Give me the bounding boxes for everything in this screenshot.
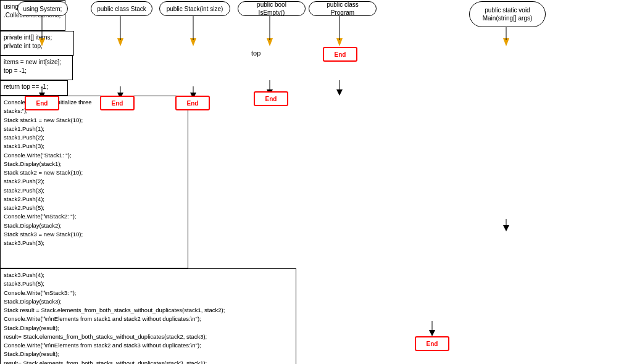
node-main-method-label: public static voidMain(string[] args)	[483, 6, 533, 22]
node-is-empty-body: return top == -1;	[0, 80, 68, 96]
end-node-2: End	[100, 96, 135, 110]
svg-marker-15	[336, 89, 343, 96]
node-stack-constructor-label: public Stack(int size)	[167, 5, 223, 13]
node-main-code-text-2: stack3.Push(4);stack3.Push(5);Console.Wr…	[4, 271, 225, 364]
end-node-4: End	[254, 91, 288, 106]
node-is-empty-label: public bool IsEmpty()	[243, 1, 300, 17]
node-class-stack: public class Stack	[91, 1, 152, 16]
diagram-container: using System; using System.Collections.G…	[0, 0, 629, 364]
arrow-head-2	[117, 38, 123, 46]
node-stack-constructor: public Stack(int size)	[159, 1, 230, 16]
node-class-stack-body-text: private int[] items;private int top;	[4, 34, 52, 49]
node-class-program: public class Program	[309, 1, 377, 16]
arrow-head-6	[503, 38, 509, 46]
node-main-code-text: Console.WriteLine("Initialize threestack…	[4, 99, 92, 246]
node-is-empty: public bool IsEmpty()	[238, 1, 306, 16]
node-using-system: using System;	[17, 1, 68, 16]
node-class-stack-label: public class Stack	[97, 5, 146, 13]
node-class-program-label: public class Program	[314, 1, 371, 17]
node-class-stack-body: private int[] items;private int top;	[0, 31, 74, 56]
end-node-final: End	[415, 336, 449, 351]
end-node-3: End	[175, 96, 210, 110]
node-main-method: public static voidMain(string[] args)	[469, 1, 546, 27]
node-stack-constructor-body: items = new int[size];top = -1;	[0, 56, 73, 80]
top-label: top	[251, 49, 260, 57]
node-main-code-box: Console.WriteLine("Initialize threestack…	[0, 96, 188, 268]
node-main-code-box-2: stack3.Push(4);stack3.Push(5);Console.Wr…	[0, 268, 296, 364]
svg-marker-19	[429, 330, 435, 336]
arrow-head-5	[336, 38, 343, 46]
end-node-1: End	[25, 96, 59, 110]
node-using-system-label: using System;	[23, 5, 62, 13]
node-is-empty-body-text: return top == -1;	[4, 83, 48, 90]
end-node-5: End	[323, 47, 357, 62]
node-stack-constructor-body-text: items = new int[size];top = -1;	[4, 59, 61, 74]
arrow-head-4	[267, 38, 273, 46]
svg-marker-17	[503, 225, 509, 231]
arrow-head-3	[190, 38, 196, 46]
